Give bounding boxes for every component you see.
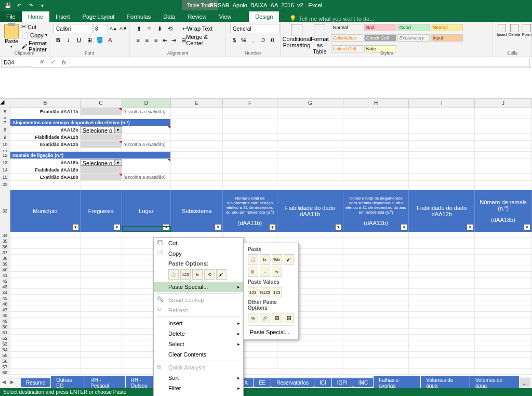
cell[interactable] — [409, 358, 475, 363]
row-header[interactable]: 45 — [0, 295, 10, 300]
cell[interactable] — [409, 255, 475, 260]
cell[interactable] — [343, 255, 409, 260]
cell[interactable] — [409, 232, 475, 237]
cell-label[interactable]: Fiabilidade dAA18b — [10, 166, 81, 173]
paste-opt-keep-src[interactable]: 🖌 — [284, 254, 294, 265]
number-format-select[interactable] — [230, 24, 280, 33]
row-header[interactable]: 11 — [0, 148, 10, 151]
currency-icon[interactable]: $ — [230, 35, 238, 45]
style-check-cell[interactable]: Check Cell — [364, 34, 396, 42]
col-header-d[interactable]: D — [122, 99, 171, 108]
menu-table[interactable]: Table▸ — [154, 393, 243, 396]
cell[interactable] — [81, 295, 122, 300]
row-header[interactable]: 51 — [0, 329, 10, 334]
paste-opt-formulas-num[interactable]: %fx — [272, 254, 282, 265]
paste-opt-values-src[interactable]: 123 — [272, 287, 282, 297]
paste-opt-linked-pic[interactable]: 🖼 — [284, 313, 294, 323]
col-header-h[interactable]: H — [343, 99, 409, 108]
paste-opt-formatting[interactable]: % — [248, 313, 258, 323]
paste-opt-transpose[interactable]: ⟲ — [272, 267, 282, 277]
table-header[interactable]: Lugar▼ — [122, 190, 171, 232]
paste-opt-col-widths[interactable]: ↔ — [260, 267, 270, 277]
menu-insert[interactable]: Insert▸ — [154, 318, 243, 328]
cell[interactable] — [475, 249, 532, 254]
cell[interactable] — [81, 283, 122, 288]
cell[interactable] — [343, 272, 409, 277]
cell[interactable] — [343, 237, 409, 243]
cell[interactable] — [81, 306, 122, 311]
cell[interactable] — [81, 232, 122, 237]
tab-insert[interactable]: Insert — [49, 11, 76, 22]
paste-opt-no-borders[interactable]: ⊞ — [248, 267, 258, 277]
cell[interactable] — [81, 243, 122, 248]
comma-icon[interactable]: , — [249, 35, 257, 45]
style-neutral[interactable]: Neutral — [431, 24, 463, 31]
cell[interactable] — [475, 278, 532, 283]
sheet-tab[interactable]: Resumo — [21, 378, 50, 387]
row-header[interactable]: 8 — [0, 126, 10, 133]
align-center-icon[interactable]: ≡ — [143, 35, 151, 45]
row-header[interactable]: 15 — [0, 174, 10, 180]
cell[interactable] — [81, 363, 122, 368]
tab-home[interactable]: Home — [22, 11, 49, 22]
col-header-i[interactable]: I — [409, 99, 475, 108]
cell[interactable] — [343, 283, 409, 288]
tab-file[interactable]: File — [0, 11, 22, 22]
cell[interactable] — [343, 323, 409, 328]
sheet-tab[interactable]: IGPI — [332, 378, 353, 387]
cell[interactable] — [475, 255, 532, 260]
cell[interactable] — [10, 243, 81, 248]
cell[interactable] — [81, 369, 122, 374]
cell[interactable]: (escolha a exatidão) — [122, 108, 171, 115]
table-header[interactable]: Fiabilidade do dado dAA11b▼ — [277, 190, 343, 232]
cell[interactable] — [81, 249, 122, 254]
cell[interactable] — [277, 346, 343, 351]
cell[interactable] — [277, 232, 343, 237]
style-bad[interactable]: Bad — [364, 24, 396, 31]
cell[interactable] — [81, 352, 122, 357]
row-header[interactable]: 53 — [0, 340, 10, 346]
row-header[interactable]: 7 — [0, 119, 10, 126]
cell[interactable] — [409, 289, 475, 294]
cell[interactable] — [277, 237, 343, 243]
formula-bar[interactable] — [70, 58, 530, 67]
tab-view[interactable]: View — [213, 11, 238, 22]
cell[interactable] — [81, 266, 122, 271]
row-header[interactable]: 38 — [0, 255, 10, 260]
row-header[interactable]: 42 — [0, 278, 10, 283]
cell[interactable] — [10, 295, 81, 300]
save-icon[interactable]: 💾 — [3, 1, 12, 10]
cell[interactable] — [343, 232, 409, 237]
delete-cells-button[interactable]: Delete — [509, 23, 520, 38]
menu-sort[interactable]: Sort▸ — [154, 373, 243, 383]
cell[interactable] — [409, 329, 475, 334]
style-good[interactable]: Good — [397, 24, 430, 31]
cell[interactable] — [343, 306, 409, 311]
cell[interactable] — [475, 363, 532, 368]
enter-formula-icon[interactable]: ✓ — [48, 58, 57, 67]
cell[interactable] — [475, 340, 532, 346]
table-header[interactable]: Número de ramais (n.º)(dAA18b)▼ — [475, 190, 532, 232]
decrease-font-icon[interactable]: A▼ — [119, 24, 128, 33]
sheet-tab[interactable]: IMC — [353, 378, 373, 387]
cell[interactable] — [475, 358, 532, 363]
tab-formulas[interactable]: Formulas — [121, 11, 157, 22]
paste-option-transpose[interactable]: ⟲ — [204, 269, 215, 280]
row-header[interactable]: 52 — [0, 335, 10, 340]
tab-review[interactable]: Review — [181, 11, 212, 22]
filter-button[interactable]: ▼ — [335, 224, 342, 231]
cell[interactable] — [81, 260, 122, 266]
cell[interactable] — [81, 335, 122, 340]
col-header-e[interactable]: E — [171, 99, 223, 108]
cell[interactable] — [343, 335, 409, 340]
cell[interactable] — [409, 266, 475, 271]
cell[interactable] — [343, 369, 409, 374]
cancel-formula-icon[interactable]: ✕ — [36, 58, 46, 67]
cell[interactable] — [171, 232, 223, 237]
bold-button[interactable]: B — [54, 35, 63, 45]
chevron-down-icon[interactable]: ▼ — [114, 127, 122, 133]
cell[interactable] — [10, 318, 81, 323]
cell[interactable] — [10, 352, 81, 357]
cell-label[interactable]: Exatidão dAA12b — [10, 141, 81, 148]
row-header[interactable]: 12 — [0, 152, 10, 159]
